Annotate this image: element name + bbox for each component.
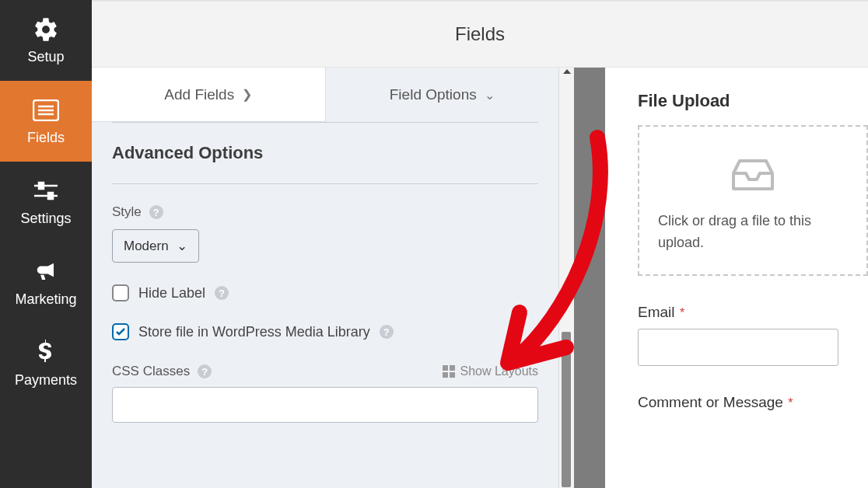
show-layouts-button[interactable]: Show Layouts (443, 364, 538, 378)
bullhorn-icon (33, 259, 59, 285)
inbox-icon (729, 155, 777, 197)
sidebar-label: Fields (27, 130, 65, 146)
preview-panel: File Upload Click or drag a file to this… (605, 68, 868, 488)
upload-text: Click or drag a file to this upload. (658, 211, 848, 254)
main: Fields Add Fields ❯ Field Options ⌄ (92, 0, 868, 488)
panel-tabs: Add Fields ❯ Field Options ⌄ (92, 68, 558, 122)
email-field-group: Email * (638, 304, 868, 366)
hide-label-text: Hide Label (138, 285, 205, 302)
sidebar-item-marketing[interactable]: Marketing (0, 242, 92, 323)
app-root: Setup Fields S (0, 0, 868, 488)
chevron-right-icon: ❯ (242, 87, 252, 102)
scrollbar[interactable] (558, 68, 574, 488)
sidebar-item-settings[interactable]: Settings (0, 162, 92, 242)
page-title: Fields (92, 2, 868, 68)
tab-label: Add Fields (164, 86, 234, 103)
svg-rect-7 (48, 193, 53, 199)
tab-field-options[interactable]: Field Options ⌄ (326, 68, 559, 122)
grid-icon (443, 365, 455, 378)
gear-icon (33, 16, 59, 43)
advanced-options-heading: Advanced Options (112, 122, 538, 184)
hide-label-checkbox[interactable] (112, 284, 129, 302)
help-icon[interactable]: ? (149, 205, 163, 219)
sidebar-label: Settings (20, 211, 71, 227)
style-value: Modern (124, 239, 169, 254)
store-media-text: Store file in WordPress Media Library (138, 324, 370, 340)
store-media-checkbox[interactable] (112, 323, 129, 340)
style-label-row: Style ? (112, 204, 538, 220)
store-media-row[interactable]: Store file in WordPress Media Library ? (112, 323, 538, 340)
list-icon (33, 97, 59, 124)
divider (574, 68, 605, 488)
tab-add-fields[interactable]: Add Fields ❯ (92, 68, 326, 122)
sidebar-label: Payments (15, 372, 77, 389)
email-input[interactable] (638, 329, 838, 366)
options-panel: Add Fields ❯ Field Options ⌄ Advanced Op… (92, 68, 558, 488)
sidebar-item-payments[interactable]: Payments (0, 323, 92, 404)
hide-label-row[interactable]: Hide Label ? (112, 284, 538, 302)
scrollbar-thumb[interactable] (562, 332, 571, 487)
sidebar-label: Setup (27, 49, 64, 65)
svg-rect-6 (39, 183, 44, 189)
sidebar-item-setup[interactable]: Setup (0, 0, 92, 81)
required-marker: * (680, 306, 684, 319)
file-upload-dropzone[interactable]: Click or drag a file to this upload. (638, 125, 868, 276)
panel-content: Advanced Options Style ? Modern ⌄ (92, 122, 558, 443)
chevron-down-icon: ⌄ (485, 88, 495, 103)
comment-field-group: Comment or Message * (638, 394, 868, 411)
help-icon[interactable]: ? (198, 364, 212, 378)
options-wrap: Add Fields ❯ Field Options ⌄ Advanced Op… (92, 68, 574, 488)
tab-label: Field Options (390, 86, 477, 103)
chevron-down-icon: ⌄ (177, 238, 187, 254)
file-upload-title: File Upload (638, 91, 868, 111)
sidebar-item-fields[interactable]: Fields (0, 81, 92, 162)
sidebar: Setup Fields S (0, 0, 92, 488)
sliders-icon (33, 178, 59, 204)
css-classes-label-wrap: CSS Classes ? (112, 364, 212, 379)
main-body: Add Fields ❯ Field Options ⌄ Advanced Op… (92, 68, 868, 488)
email-label: Email (638, 304, 675, 320)
help-icon[interactable]: ? (380, 325, 394, 339)
style-select[interactable]: Modern ⌄ (112, 229, 199, 263)
comment-label: Comment or Message (638, 394, 783, 410)
show-layouts-label: Show Layouts (460, 364, 538, 378)
style-label: Style (112, 204, 142, 220)
help-icon[interactable]: ? (215, 286, 229, 300)
css-classes-label: CSS Classes (112, 364, 190, 379)
dollar-icon (33, 340, 59, 366)
css-classes-input[interactable] (112, 387, 538, 423)
required-marker: * (788, 396, 793, 410)
css-classes-row: CSS Classes ? Show Layouts (112, 364, 538, 379)
sidebar-label: Marketing (15, 291, 76, 308)
